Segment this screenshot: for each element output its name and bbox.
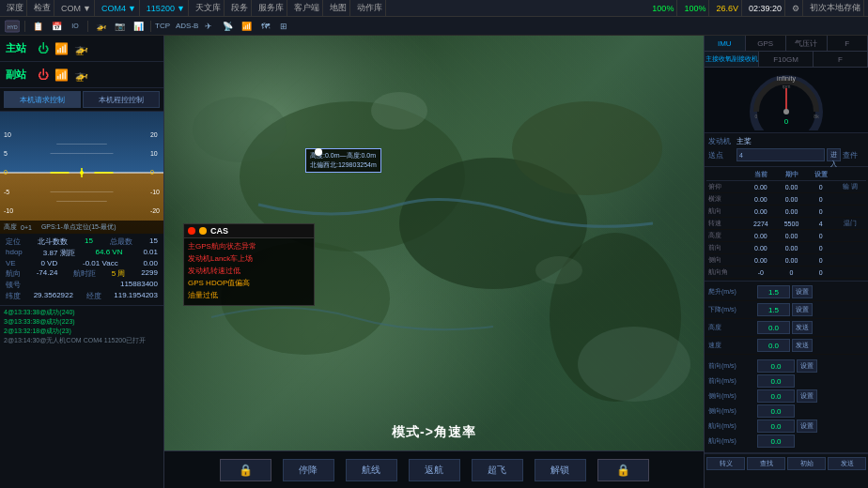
fwd-label-1: 前向(m/s) — [708, 361, 755, 371]
fwd-target: 0.00 — [776, 242, 807, 254]
adsb-label: ADS-B — [176, 22, 198, 30]
map-icon[interactable]: 🗺 — [256, 19, 273, 34]
yaw-set-1[interactable]: 设置 — [797, 419, 817, 433]
cas-panel: CAS 主GPS航向状态异常 发动机Lanck车上场 发动机转速过低 GPS H… — [183, 223, 315, 306]
program-control-btn[interactable]: 本机程控控制 — [83, 91, 160, 108]
tab-barometer[interactable]: 气压计 — [786, 36, 828, 51]
airtime-num: 2299 — [141, 268, 158, 279]
map-area[interactable]: 高度:0.0m—高度:0.0m 北偏西北:129803254m CAS 主GPS… — [164, 36, 704, 450]
hyd-icon[interactable]: HYD — [4, 19, 21, 34]
top-client[interactable]: 客户端 — [291, 0, 323, 16]
plane-icon[interactable]: ✈ — [200, 19, 217, 34]
top-lib1[interactable]: 天文库 — [193, 0, 225, 16]
speed-send-btn[interactable]: 发送 — [792, 339, 813, 352]
descent-input[interactable] — [757, 303, 790, 316]
top-check[interactable]: 检查 — [31, 0, 54, 16]
yaw-target: 0.00 — [776, 206, 807, 218]
power-icon-sub: ⏻ — [38, 69, 49, 82]
mode-label: 模式->角速率 — [392, 424, 476, 441]
side-set-1[interactable]: 设置 — [797, 389, 817, 403]
drone-icon[interactable]: 🚁 — [92, 19, 109, 34]
yaw-input-2[interactable] — [757, 435, 795, 448]
descent-set-btn[interactable]: 设置 — [792, 303, 813, 316]
lock-btn-right[interactable]: 🔒 — [597, 459, 649, 481]
top-com4[interactable]: COM4▼ — [99, 0, 140, 16]
wifi-icon[interactable]: 📶 — [238, 19, 255, 34]
chart-icon[interactable]: 📊 — [130, 19, 147, 34]
request-control-btn[interactable]: 本机请求控制 — [4, 91, 81, 108]
settings-icon[interactable]: ⚙ — [789, 0, 803, 16]
side-input-1[interactable] — [757, 389, 795, 403]
stop-land-btn[interactable]: 停降 — [283, 459, 334, 481]
tab-f2[interactable]: F — [814, 52, 868, 67]
lon-val: 119.1954203 — [114, 291, 158, 301]
rpm-set: 4 — [807, 218, 835, 230]
row-label-roll: 横滚 — [706, 193, 746, 206]
overflight-btn[interactable]: 超飞 — [472, 459, 523, 481]
satellite-icon[interactable]: 📡 — [219, 19, 236, 34]
alt-ctrl-input[interactable] — [757, 321, 790, 334]
toolbar: HYD 📋 📅 IO 🚁 📷 📊 TCP ADS-B ✈ 📡 📶 🗺 ⊞ — [0, 17, 868, 36]
fwd-input-2[interactable] — [757, 374, 795, 388]
cas-msg-3: 发动机转速过低 — [188, 266, 310, 276]
top-com[interactable]: COM▼ — [58, 0, 95, 16]
top-map[interactable]: 地图 — [327, 0, 350, 16]
io-icon[interactable]: IO — [67, 19, 84, 34]
speed-ctrl-input[interactable] — [757, 339, 790, 352]
tab-f10gm[interactable]: F10GM — [759, 52, 814, 67]
alt-target: 0.00 — [776, 230, 807, 242]
checklist-icon[interactable]: 📋 — [29, 19, 46, 34]
find-btn[interactable]: 查找 — [747, 457, 785, 470]
route-btn[interactable]: 航线 — [346, 459, 397, 481]
pitch-extra: 输 调 — [835, 181, 866, 193]
pitch-set: 0 — [807, 181, 835, 193]
side-input-2[interactable] — [757, 404, 795, 418]
tab-gps[interactable]: GPS — [746, 36, 787, 51]
row-label-lateral: 侧向 — [706, 254, 746, 267]
top-baudrate[interactable]: 115200▼ — [144, 0, 189, 16]
climb-input[interactable] — [757, 285, 790, 298]
calendar-icon[interactable]: 📅 — [48, 19, 65, 34]
side-label-1: 侧向(m/s) — [708, 391, 755, 401]
control-buttons: 本机请求控制 本机程控控制 — [0, 88, 163, 112]
rtl-btn[interactable]: 返航 — [409, 459, 460, 481]
ve-val: 0 VD — [40, 259, 57, 267]
lat-row: 纬度 29.3562922 经度 119.1954203 — [6, 291, 158, 301]
unlock-btn[interactable]: 解锁 — [535, 459, 586, 481]
send-btn[interactable]: 发送 — [828, 457, 866, 470]
grid-icon[interactable]: ⊞ — [275, 19, 292, 34]
data-table-section: 当前 期中 设置 俯仰 0.00 0.00 0 输 调 横滚 0.00 0.0 — [705, 167, 868, 281]
lock-btn-left[interactable]: 🔒 — [220, 459, 271, 481]
fwd-input-1[interactable] — [757, 359, 795, 373]
top-lib2[interactable]: 段务 — [228, 0, 252, 16]
hdg-ang-current: -0 — [746, 267, 777, 279]
yaw-current: 0.00 — [746, 206, 777, 218]
overflight-label: 超飞 — [488, 464, 506, 477]
fwd-set-1[interactable]: 设置 — [797, 359, 817, 373]
rpm-target: 5500 — [776, 218, 807, 230]
signal-2: 100% — [681, 0, 709, 16]
drone-icon-sub: 🚁 — [74, 69, 88, 82]
climb-set-btn[interactable]: 设置 — [792, 285, 813, 298]
engine-enter-btn[interactable]: 进入 — [827, 148, 841, 161]
tab-main-receiver[interactable]: 主接收氧副接收机 — [705, 52, 759, 67]
row-label-forward: 前向 — [706, 242, 746, 254]
tab-f[interactable]: F — [828, 36, 869, 51]
top-actions[interactable]: 动作库 — [354, 0, 386, 16]
horizon-bottom-info: 高度 0+1 GPS:1-单点定位(15-最优) — [0, 221, 163, 234]
yaw-input-1[interactable] — [757, 419, 795, 433]
engine-select[interactable] — [736, 148, 825, 161]
sep2 — [87, 21, 88, 32]
wifi-icon-main: 📶 — [54, 42, 69, 55]
init-btn[interactable]: 初始 — [787, 457, 826, 470]
cas-red-dot — [188, 227, 195, 235]
translate-btn[interactable]: 转义 — [706, 457, 745, 470]
top-depth[interactable]: 深度 — [4, 0, 27, 16]
engine-label-2: 送点 — [708, 150, 735, 160]
rpm-gauge: infinity rpm 0 0 8k — [739, 69, 833, 130]
alt-send-btn[interactable]: 发送 — [792, 321, 813, 334]
top-server[interactable]: 服务库 — [256, 0, 287, 16]
col-label — [706, 169, 746, 181]
camera-icon[interactable]: 📷 — [111, 19, 128, 34]
tab-imu[interactable]: IMU — [705, 36, 746, 51]
